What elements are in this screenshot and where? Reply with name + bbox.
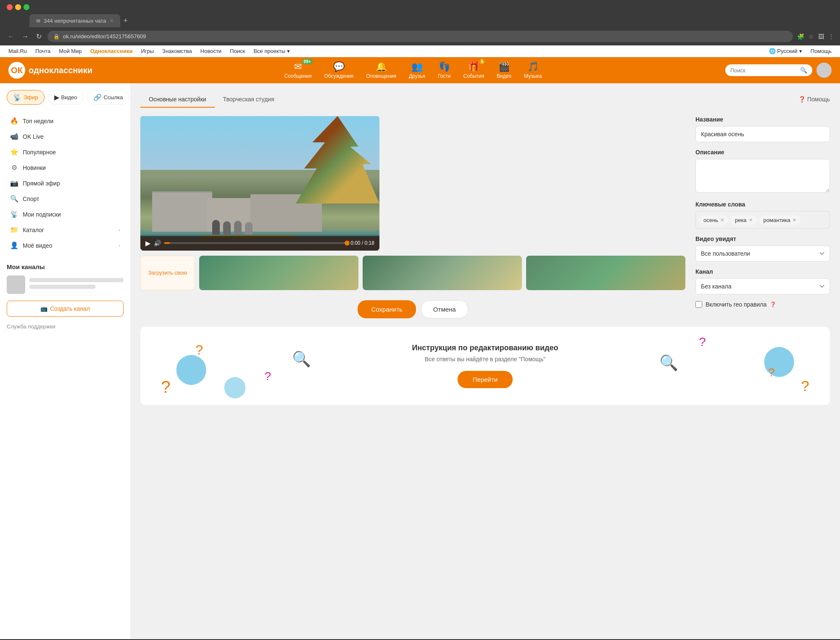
browser-dots xyxy=(7,4,29,10)
topbar-odnoklassniki[interactable]: Одноклассники xyxy=(90,48,133,54)
geo-help-icon[interactable]: ❓ xyxy=(770,301,776,307)
nav-friends[interactable]: 👥 Друзья xyxy=(409,57,425,83)
refresh-button[interactable]: ↻ xyxy=(34,31,43,42)
topbar-moimir[interactable]: Мой Мир xyxy=(59,48,82,54)
topbar-novosti[interactable]: Новости xyxy=(200,48,221,54)
sidebar-item-catalog[interactable]: 📁 Каталог › xyxy=(7,222,124,238)
tag-romantika-close[interactable]: ✕ xyxy=(793,217,796,223)
geo-checkbox[interactable] xyxy=(695,301,702,308)
video-background xyxy=(140,116,379,251)
logo-icon: ОК xyxy=(8,62,25,79)
help-section-title: Инструкция по редактированию видео xyxy=(412,344,558,352)
nav-messages[interactable]: ✉ 99+ Сообщения xyxy=(284,57,311,83)
topbar-pochta[interactable]: Почта xyxy=(35,48,50,54)
sidebar-item-sport[interactable]: 🔍 Спорт xyxy=(7,191,124,206)
tab-close-btn[interactable]: ✕ xyxy=(110,18,113,24)
sidebar-item-popular[interactable]: ⭐ Популярное xyxy=(7,144,124,160)
logo[interactable]: ОК одноклассники xyxy=(8,58,92,83)
tab-creative-studio[interactable]: Творческая студия xyxy=(215,92,283,108)
dot-red[interactable] xyxy=(7,4,13,10)
create-channel-button[interactable]: 📺 Создать канал xyxy=(7,301,124,317)
dot-green[interactable] xyxy=(24,4,29,10)
play-button[interactable]: ▶ xyxy=(145,239,150,247)
search-box[interactable]: 🔍 xyxy=(725,64,812,76)
nav-notifications[interactable]: 🔔 Оповещения xyxy=(366,57,396,83)
channel-line-2 xyxy=(29,285,95,289)
support-link[interactable]: Служба поддержки xyxy=(7,323,124,330)
sidebar-item-live[interactable]: 📷 Прямой эфир xyxy=(7,175,124,191)
tab-basic-settings[interactable]: Основные настройки xyxy=(140,92,215,108)
tag-romantika: романтика ✕ xyxy=(759,215,801,225)
time-current: 0:00 xyxy=(350,240,360,246)
nav-discussions[interactable]: 💬 Обсуждения xyxy=(324,57,354,83)
tag-osen: осень ✕ xyxy=(699,215,728,225)
save-button[interactable]: Сохранить xyxy=(358,300,416,318)
photo-icon[interactable]: 🖼 xyxy=(818,33,824,40)
video-button[interactable]: ▶ Видео xyxy=(48,90,84,105)
topbar-mailru[interactable]: Mail.Ru xyxy=(8,48,27,54)
thumbnails-row: Загрузить свою xyxy=(140,256,685,290)
volume-button[interactable]: 🔊 xyxy=(154,240,161,246)
tag-osen-close[interactable]: ✕ xyxy=(720,217,724,223)
help-goto-button[interactable]: Перейти xyxy=(458,371,513,388)
nav-video[interactable]: 🎬 Видео xyxy=(497,57,511,83)
title-input[interactable] xyxy=(695,126,830,142)
thumbnail-3[interactable] xyxy=(526,256,685,290)
tag-reka-text: река xyxy=(735,217,747,223)
sidebar-subs-label: Мои подписки xyxy=(23,211,61,218)
topbar-poisk[interactable]: Поиск xyxy=(230,48,245,54)
topbar-all-projects[interactable]: Все проекты ▾ xyxy=(253,48,290,54)
browser-nav: ← → ↻ 🔒 ok.ru/video/editor/1452175657609… xyxy=(0,27,840,45)
nav-items: ✉ 99+ Сообщения 💬 Обсуждения 🔔 Оповещени… xyxy=(101,57,725,83)
sidebar-item-oklive[interactable]: 📹 OK Live xyxy=(7,129,124,144)
forward-button[interactable]: → xyxy=(20,31,30,42)
topbar-igry[interactable]: Игры xyxy=(141,48,154,54)
description-input[interactable] xyxy=(695,159,830,193)
upload-thumbnail-btn[interactable]: Загрузить свою xyxy=(140,256,195,290)
more-icon[interactable]: ⋮ xyxy=(828,33,834,40)
sidebar-item-new[interactable]: ⚙ Новинки xyxy=(7,160,124,175)
user-avatar[interactable] xyxy=(816,63,832,78)
messages-icon: ✉ xyxy=(294,61,302,72)
tag-reka-close[interactable]: ✕ xyxy=(749,217,753,223)
deco-circle-left-small: ⬤ xyxy=(223,374,247,398)
video-icon: ▶ xyxy=(54,93,59,101)
channel-select[interactable]: Без канала xyxy=(695,278,830,294)
thumbnail-1[interactable] xyxy=(199,256,358,290)
topbar-help[interactable]: Помощь xyxy=(811,48,832,54)
sidebar-item-top[interactable]: 🔥 Топ недели xyxy=(7,113,124,129)
nav-guests[interactable]: 👣 Гости xyxy=(438,57,451,83)
thumb-img-1 xyxy=(199,256,358,290)
topbar-znakomstva[interactable]: Знакомства xyxy=(162,48,192,54)
progress-bar[interactable] xyxy=(164,242,347,244)
sidebar-top-label: Топ недели xyxy=(23,118,53,124)
star-icon[interactable]: ☆ xyxy=(808,33,814,40)
thumbnail-2[interactable] xyxy=(363,256,522,290)
back-button[interactable]: ← xyxy=(6,31,16,42)
channels-title: Мои каналы xyxy=(7,263,124,270)
nav-events[interactable]: 🎁 5 События xyxy=(463,57,484,83)
efir-button[interactable]: 📡 Эфир xyxy=(7,90,45,105)
cancel-button[interactable]: Отмена xyxy=(421,300,468,318)
search-input[interactable] xyxy=(730,67,798,74)
visibility-label: Видео увидят xyxy=(695,235,830,242)
site-topbar: Mail.Ru Почта Мой Мир Одноклассники Игры… xyxy=(0,45,840,57)
nav-friends-label: Друзья xyxy=(409,73,425,79)
myvideo-icon: 👤 xyxy=(10,241,18,249)
sidebar-oklive-label: OK Live xyxy=(23,133,44,140)
sidebar-item-subscriptions[interactable]: 📡 Мои подписки xyxy=(7,206,124,222)
visibility-select[interactable]: Все пользователи Только друзья Только я xyxy=(695,246,830,262)
time-total: 0:18 xyxy=(365,240,374,246)
new-tab-button[interactable]: + xyxy=(124,16,128,25)
create-channel-label: Создать канал xyxy=(50,305,90,312)
nav-music[interactable]: 🎵 Музыка xyxy=(524,57,542,83)
puzzle-icon[interactable]: 🧩 xyxy=(797,33,804,40)
link-button[interactable]: 🔗 Ссылка xyxy=(87,90,129,105)
browser-tab-active[interactable]: ✉ 344 непрочитанных чата ✕ xyxy=(29,14,120,27)
deco-question-right-3: ? xyxy=(801,378,809,394)
dot-yellow[interactable] xyxy=(15,4,21,10)
sidebar-item-myvideo[interactable]: 👤 Моё видео › xyxy=(7,238,124,253)
topbar-language[interactable]: 🌐 Русский ▾ xyxy=(769,48,802,54)
help-link[interactable]: ❓ Помощь xyxy=(798,96,830,103)
address-bar[interactable]: 🔒 ok.ru/video/editor/1452175657609 xyxy=(47,31,793,42)
